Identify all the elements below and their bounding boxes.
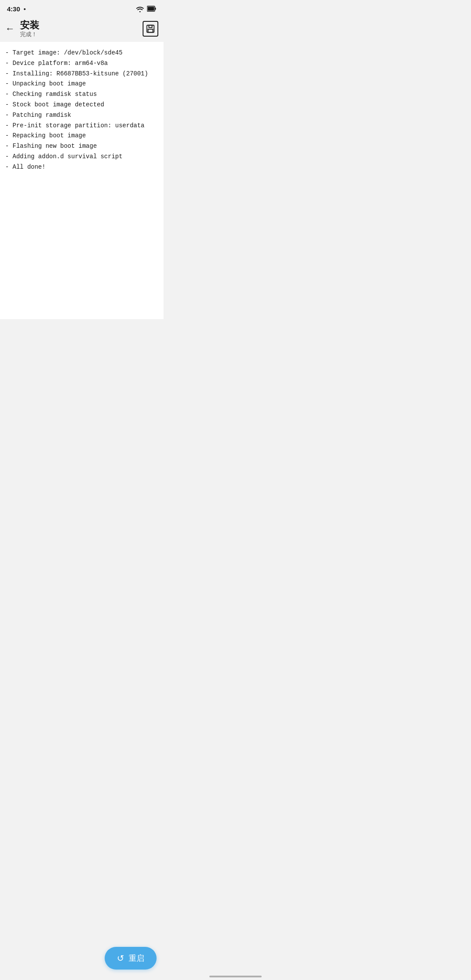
app-bar-title: 安装: [20, 20, 143, 31]
log-line: - Adding addon.d survival script: [5, 152, 158, 162]
status-time: 4:30: [7, 5, 20, 13]
log-line: - Checking ramdisk status: [5, 89, 158, 100]
log-line: - Installing: R6687BB53-kitsune (27001): [5, 69, 158, 79]
back-button[interactable]: ←: [5, 21, 18, 36]
log-line: - Flashing new boot image: [5, 141, 158, 152]
app-bar-title-group: 安装 完成！: [20, 20, 143, 38]
svg-rect-5: [148, 29, 153, 32]
status-dot: •: [24, 5, 26, 13]
log-line: - Device platform: arm64-v8a: [5, 58, 158, 69]
status-bar: 4:30 •: [0, 0, 164, 16]
app-bar-subtitle: 完成！: [20, 31, 143, 38]
log-line: - Repacking boot image: [5, 131, 158, 141]
battery-icon: [147, 5, 157, 12]
log-line: - Stock boot image detected: [5, 100, 158, 110]
log-line: - Unpacking boot image: [5, 79, 158, 89]
log-line: - Target image: /dev/block/sde45: [5, 48, 158, 58]
log-line: - Patching ramdisk: [5, 110, 158, 121]
log-line: - Pre-init storage partition: userdata: [5, 121, 158, 131]
wifi-icon: [136, 6, 144, 12]
status-icons: [136, 5, 157, 12]
save-icon: [146, 24, 155, 34]
log-container: - Target image: /dev/block/sde45- Device…: [0, 42, 164, 319]
app-bar: ← 安装 完成！: [0, 16, 164, 42]
svg-rect-4: [149, 25, 152, 28]
svg-rect-1: [148, 7, 154, 11]
svg-rect-2: [155, 8, 156, 10]
save-button[interactable]: [143, 21, 158, 37]
log-line: - All done!: [5, 162, 158, 173]
